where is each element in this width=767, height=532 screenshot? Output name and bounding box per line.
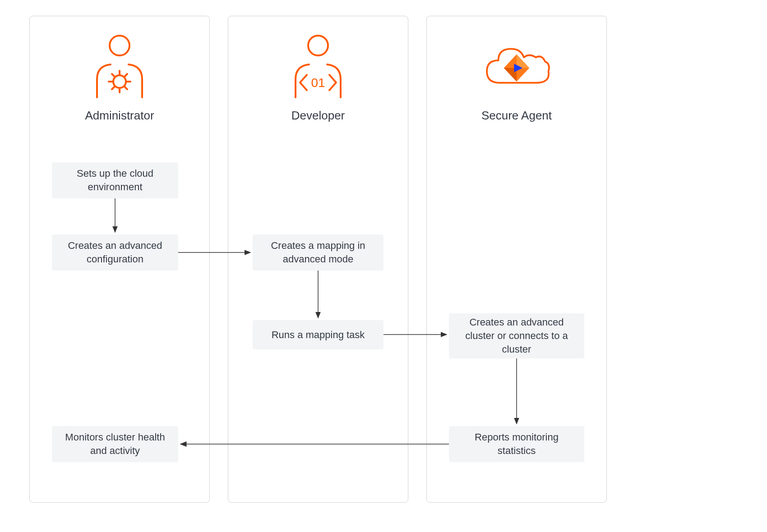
secure-agent-title: Secure Agent xyxy=(481,109,552,123)
step-agent-report-stats: Reports monitoring statistics xyxy=(449,426,584,462)
step-dev-create-mapping: Creates a mapping in advanced mode xyxy=(253,234,384,271)
svg-text:01: 01 xyxy=(311,76,325,90)
step-admin-monitor: Monitors cluster health and activity xyxy=(52,426,178,462)
administrator-title: Administrator xyxy=(85,109,154,123)
workflow-diagram: Administrator 01 Developer xyxy=(14,14,753,518)
developer-icon: 01 xyxy=(282,30,354,102)
administrator-icon xyxy=(83,30,156,102)
svg-line-9 xyxy=(125,74,128,77)
svg-line-7 xyxy=(125,87,128,90)
developer-title: Developer xyxy=(291,109,345,123)
secure-agent-icon xyxy=(481,30,553,102)
svg-line-8 xyxy=(112,87,115,90)
step-dev-run-task: Runs a mapping task xyxy=(253,320,384,349)
svg-line-6 xyxy=(112,74,115,77)
step-admin-create-config: Creates an advanced configuration xyxy=(52,234,178,271)
step-agent-create-cluster: Creates an advanced cluster or connects … xyxy=(449,313,584,358)
svg-point-1 xyxy=(113,75,126,88)
step-admin-setup-cloud: Sets up the cloud environment xyxy=(52,162,178,198)
svg-point-10 xyxy=(308,36,328,55)
svg-point-0 xyxy=(110,36,129,55)
